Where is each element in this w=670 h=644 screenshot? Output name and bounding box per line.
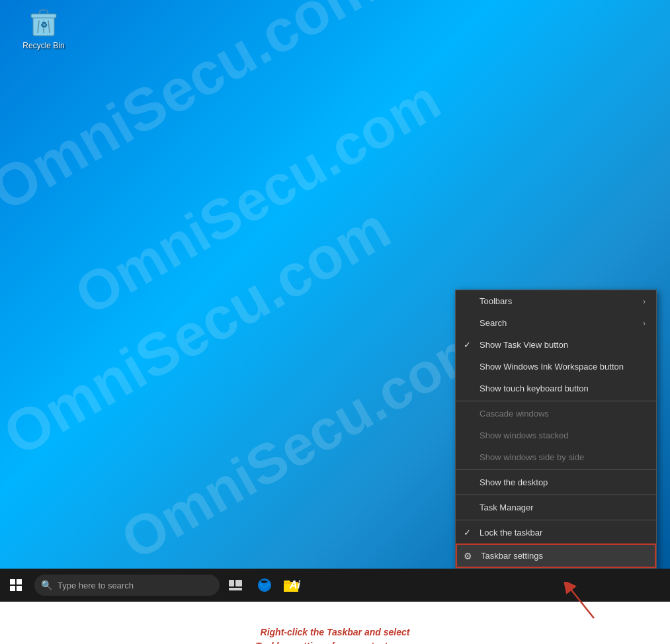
svg-rect-7 (235, 580, 242, 586)
menu-item-show-desktop[interactable]: Show the desktop (456, 471, 656, 493)
edge-icon (257, 577, 272, 593)
svg-rect-6 (229, 580, 234, 586)
menu-item-taskbar-settings[interactable]: ⚙ Taskbar settings (456, 543, 656, 568)
menu-item-show-desktop-label: Show the desktop (480, 477, 548, 487)
menu-item-task-view-label: Show Task View button (480, 340, 568, 350)
start-button[interactable] (0, 569, 32, 602)
menu-item-cascade-label: Cascade windows (480, 409, 549, 419)
menu-item-cascade: Cascade windows (456, 403, 656, 424)
task-view-button[interactable] (222, 569, 249, 602)
menu-item-lock-taskbar-label: Lock the taskbar (480, 528, 542, 538)
menu-separator-1 (456, 401, 656, 401)
menu-item-task-manager[interactable]: Task Manager (456, 497, 656, 518)
menu-item-toolbars[interactable]: Toolbars › (456, 290, 656, 312)
watermark-text-3: OmniSecu.com (0, 194, 401, 469)
menu-item-touch-keyboard[interactable]: Show touch keyboard button (456, 378, 656, 399)
menu-item-ink-workspace[interactable]: Show Windows Ink Workspace button (456, 356, 656, 378)
menu-item-taskbar-settings-label: Taskbar settings (481, 551, 543, 561)
menu-separator-2 (456, 469, 656, 470)
search-glass-icon: 🔍 (41, 580, 52, 590)
menu-item-task-view[interactable]: Show Task View button (456, 334, 656, 356)
desktop: OmniSecu.com OmniSecu.com OmniSecu.com O… (0, 0, 670, 569)
menu-item-task-manager-label: Task Manager (480, 503, 534, 512)
svg-point-9 (261, 584, 269, 589)
svg-rect-1 (31, 14, 56, 18)
menu-item-side-by-side-label: Show windows side by side (480, 452, 584, 462)
annotation-area: Right-click the Taskbar and select Taskb… (0, 602, 670, 644)
search-bar[interactable]: 🔍 Type here to search (34, 575, 220, 596)
menu-item-stacked: Show windows stacked (456, 424, 656, 446)
menu-item-ink-workspace-label: Show Windows Ink Workspace button (480, 362, 624, 372)
menu-item-stacked-label: Show windows stacked (480, 430, 568, 440)
menu-item-lock-taskbar[interactable]: Lock the taskbar (456, 522, 656, 543)
recycle-bin-label: Recycle Bin (22, 41, 64, 50)
menu-item-toolbars-label: Toolbars (480, 296, 512, 306)
menu-item-touch-keyboard-label: Show touch keyboard button (480, 383, 589, 393)
search-placeholder: Type here to search (58, 581, 134, 590)
edge-button[interactable] (251, 569, 278, 602)
menu-separator-3 (456, 495, 656, 495)
watermark-text-4: OmniSecu.com (110, 312, 497, 569)
menu-separator-4 (456, 520, 656, 520)
recycle-bin-icon[interactable]: ♻ Recycle Bin (17, 7, 70, 50)
svg-text:♻: ♻ (40, 20, 48, 30)
watermark-text-2: OmniSecu.com (64, 67, 451, 328)
annotation-line1: Right-click the Taskbar and select (261, 627, 410, 637)
ai-button[interactable]: Ai (282, 569, 308, 602)
menu-item-side-by-side: Show windows side by side (456, 446, 656, 468)
recycle-bin-svg: ♻ (28, 7, 60, 38)
annotation-line2: Taskbar settings from context menu (255, 641, 415, 644)
menu-item-search[interactable]: Search › (456, 312, 656, 334)
ai-label: Ai (290, 579, 300, 591)
annotation-text: Right-click the Taskbar and select Taskb… (255, 625, 415, 644)
svg-rect-8 (229, 588, 242, 590)
toolbars-arrow-icon: › (643, 297, 646, 306)
gear-icon: ⚙ (464, 551, 472, 561)
start-icon (10, 579, 22, 591)
annotation-arrow (554, 582, 607, 622)
context-menu: Toolbars › Search › Show Task View butto… (455, 290, 657, 569)
search-arrow-icon: › (643, 319, 646, 328)
menu-item-search-label: Search (480, 318, 507, 328)
task-view-icon (229, 580, 242, 590)
